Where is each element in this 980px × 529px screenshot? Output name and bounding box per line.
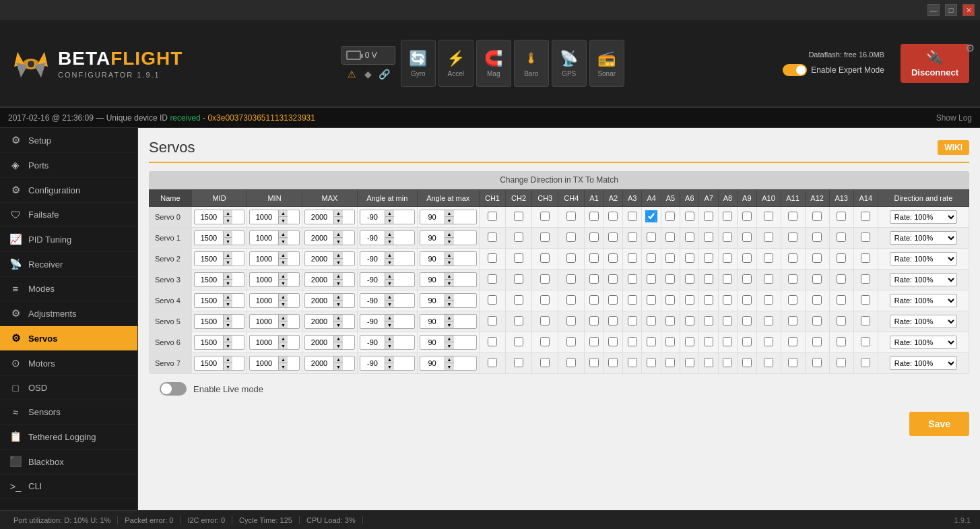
max-input[interactable] <box>305 295 333 306</box>
checkbox-ch1[interactable] <box>488 295 497 305</box>
angle-input[interactable] <box>360 316 385 327</box>
checkbox-a4[interactable] <box>647 212 656 221</box>
servo-a10[interactable] <box>756 228 781 249</box>
servo-ch3[interactable] <box>532 311 558 332</box>
spin-down[interactable]: ▼ <box>223 280 232 286</box>
servo-a13[interactable] <box>829 270 853 290</box>
checkbox-a4[interactable] <box>647 358 656 367</box>
angle-input[interactable] <box>360 358 385 369</box>
servo-angle_min[interactable]: ▲ ▼ <box>358 270 418 290</box>
direction-select[interactable]: Rate: 100%Rate: -100%Rate: 50%Rate: -50% <box>890 231 957 245</box>
checkbox-ch2[interactable] <box>514 232 523 242</box>
checkbox-a2[interactable] <box>608 274 618 284</box>
servo-ch1[interactable] <box>479 207 505 228</box>
sidebar-item-modes[interactable]: ≡Modes <box>0 277 137 301</box>
num-input-angle[interactable]: ▲ ▼ <box>420 314 477 329</box>
servo-a2[interactable] <box>603 311 622 332</box>
num-input-max[interactable]: ▲ ▼ <box>304 293 355 308</box>
checkbox-ch2[interactable] <box>514 337 523 346</box>
spin-up[interactable]: ▲ <box>385 210 394 217</box>
servo-a14[interactable] <box>853 228 878 249</box>
checkbox-a14[interactable] <box>861 253 870 263</box>
num-input-mid[interactable]: ▲ ▼ <box>194 210 244 224</box>
servo-ch4[interactable] <box>558 332 585 353</box>
checkbox-ch2[interactable] <box>514 358 523 367</box>
num-input-angle[interactable]: ▲ ▼ <box>420 230 477 245</box>
sidebar-item-motors[interactable]: ⊙Motors <box>0 351 137 376</box>
servo-a3[interactable] <box>623 228 642 249</box>
checkbox-a7[interactable] <box>704 253 713 263</box>
servo-ch3[interactable] <box>532 353 558 374</box>
servo-angle_max[interactable]: ▲ ▼ <box>417 228 479 249</box>
servo-ch3[interactable] <box>532 228 558 249</box>
servo-a6[interactable] <box>680 311 699 332</box>
servo-a9[interactable] <box>738 332 756 353</box>
servo-a8[interactable] <box>718 290 737 311</box>
spin-down[interactable]: ▼ <box>385 280 394 286</box>
checkbox-ch2[interactable] <box>514 212 523 221</box>
checkbox-a3[interactable] <box>628 358 637 367</box>
spin-up[interactable]: ▲ <box>223 252 232 259</box>
servo-angle_min[interactable]: ▲ ▼ <box>358 311 418 332</box>
min-input[interactable] <box>250 274 278 285</box>
spin-up[interactable]: ▲ <box>445 294 454 301</box>
servo-a9[interactable] <box>738 270 756 290</box>
sidebar-item-adjustments[interactable]: ⚙Adjustments <box>0 301 137 326</box>
min-input[interactable] <box>250 316 278 327</box>
num-input-min[interactable]: ▲ ▼ <box>249 230 300 245</box>
mid-input[interactable] <box>195 295 223 306</box>
servo-a3[interactable] <box>623 270 642 290</box>
servo-a2[interactable] <box>603 228 622 249</box>
servo-min[interactable]: ▲ ▼ <box>247 332 302 353</box>
spin-down[interactable]: ▼ <box>445 301 454 307</box>
sidebar-item-servos[interactable]: ⚙Servos <box>0 326 137 351</box>
servo-a14[interactable] <box>853 332 878 353</box>
spin-up[interactable]: ▲ <box>333 356 343 363</box>
servo-mid[interactable]: ▲ ▼ <box>191 249 247 270</box>
servo-a9[interactable] <box>738 249 756 270</box>
checkbox-a3[interactable] <box>628 212 637 221</box>
servo-a3[interactable] <box>623 249 642 270</box>
servo-angle_max[interactable]: ▲ ▼ <box>417 270 479 290</box>
checkbox-a14[interactable] <box>861 232 870 242</box>
checkbox-a14[interactable] <box>861 337 870 346</box>
checkbox-ch1[interactable] <box>488 337 497 346</box>
servo-angle_min[interactable]: ▲ ▼ <box>358 290 418 311</box>
num-input-max[interactable]: ▲ ▼ <box>304 230 355 245</box>
checkbox-a1[interactable] <box>589 358 599 367</box>
checkbox-ch3[interactable] <box>540 274 550 284</box>
checkbox-a14[interactable] <box>861 274 870 284</box>
checkbox-a2[interactable] <box>608 232 618 242</box>
checkbox-a1[interactable] <box>589 274 599 284</box>
checkbox-a2[interactable] <box>608 295 618 305</box>
max-input[interactable] <box>305 232 333 243</box>
expert-mode-switch[interactable] <box>783 64 807 76</box>
angle-input[interactable] <box>420 337 445 348</box>
servo-a9[interactable] <box>738 207 756 228</box>
checkbox-a8[interactable] <box>723 337 732 346</box>
checkbox-a10[interactable] <box>764 337 773 346</box>
num-input-mid[interactable]: ▲ ▼ <box>194 356 244 371</box>
num-input-max[interactable]: ▲ ▼ <box>304 272 355 287</box>
servo-a14[interactable] <box>853 249 878 270</box>
checkbox-a12[interactable] <box>812 358 822 367</box>
servo-angle_max[interactable]: ▲ ▼ <box>417 290 479 311</box>
checkbox-a3[interactable] <box>628 274 637 284</box>
servo-a6[interactable] <box>680 228 699 249</box>
checkbox-ch2[interactable] <box>514 316 523 325</box>
checkbox-a8[interactable] <box>723 232 732 242</box>
servo-a9[interactable] <box>738 311 756 332</box>
servo-mid[interactable]: ▲ ▼ <box>191 353 247 374</box>
checkbox-ch3[interactable] <box>540 232 550 242</box>
servo-a14[interactable] <box>853 311 878 332</box>
direction-select[interactable]: Rate: 100%Rate: -100%Rate: 50%Rate: -50% <box>890 315 957 328</box>
servo-a5[interactable] <box>661 207 680 228</box>
checkbox-a7[interactable] <box>704 358 713 367</box>
servo-a12[interactable] <box>805 249 829 270</box>
checkbox-a6[interactable] <box>685 253 694 263</box>
servo-a7[interactable] <box>699 353 718 374</box>
min-input[interactable] <box>250 232 278 243</box>
servo-angle_max[interactable]: ▲ ▼ <box>417 249 479 270</box>
checkbox-a12[interactable] <box>812 274 822 284</box>
angle-input[interactable] <box>420 232 445 243</box>
